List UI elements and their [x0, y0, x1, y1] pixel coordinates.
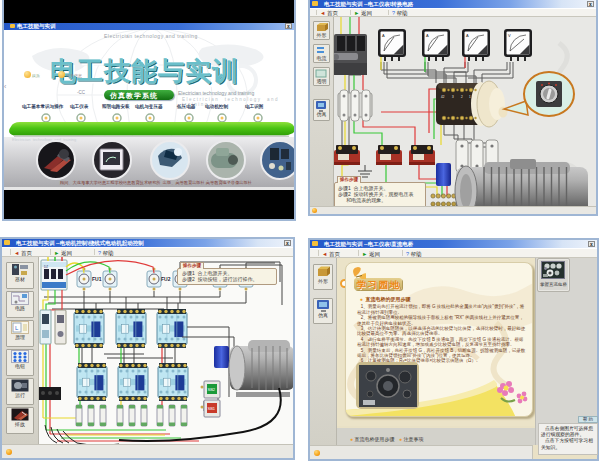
svg-text:FU2: FU2	[161, 276, 171, 282]
svg-text:A: A	[426, 33, 429, 38]
svg-text:DZ: DZ	[44, 265, 48, 269]
svg-text:SB2: SB2	[208, 387, 216, 392]
svg-text:A: A	[466, 33, 469, 38]
svg-text:FU1: FU1	[92, 276, 102, 282]
svg-text:42: 42	[441, 95, 445, 99]
svg-text:Electrician technology and: Electrician technology and training	[12, 137, 76, 142]
svg-text:V: V	[508, 33, 511, 38]
svg-text:SB1: SB1	[208, 406, 216, 411]
svg-text:A: A	[382, 33, 385, 38]
